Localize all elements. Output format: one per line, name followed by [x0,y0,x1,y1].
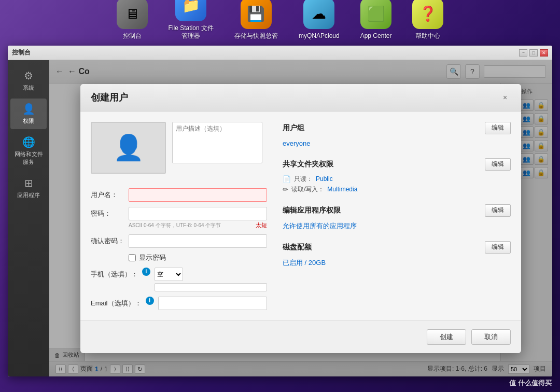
sidebar-item-apps[interactable]: ⊞ 应用程序 [10,173,47,203]
app-permissions-section: 编辑应用程序权限 编辑 允许使用所有的应用程序 [283,204,511,231]
taskbar-label-help: 帮助中心 [415,32,440,40]
password-hint: ASCII 0-64 个字符，UTF-8: 0-64 个字节 [129,222,221,229]
modal-overlay: 创建用户 × 👤 [49,60,552,376]
user-group-edit-button[interactable]: 编辑 [485,122,511,134]
sidebar-label-apps: 应用程序 [17,191,40,199]
window-title: 控制台 [12,48,31,57]
myqnap-icon: ☁ [303,0,334,29]
shared-folder-edit-button[interactable]: 编辑 [485,158,511,171]
appcenter-icon: 🟩 [360,0,391,29]
email-row: Email（选填）： i [91,297,267,310]
taskbar-label-control: 控制台 [123,32,142,40]
window-titlebar: 控制台 － □ ✕ [8,46,552,60]
taskbar-item-file[interactable]: 📁 File Station 文件管理器 [169,0,214,40]
password-row: 密码： [91,207,267,220]
taskbar-label-myqnap: myQNAPcloud [299,32,340,40]
shared-write-label: 读取/写入： [291,185,324,194]
password-too-short: 太短 [256,221,267,229]
show-password-row: 显示密码 [129,253,267,262]
app-permissions-edit-button[interactable]: 编辑 [485,204,511,217]
maximize-button[interactable]: □ [529,49,538,57]
minimize-button[interactable]: － [519,49,527,57]
shared-read-label: 只读： [294,175,313,184]
sidebar-label-system: 系统 [23,84,34,92]
app-permissions-header: 编辑应用程序权限 编辑 [283,204,511,217]
close-button[interactable]: ✕ [540,49,548,57]
shared-write-item: ✏ 读取/写入： Multimedia [283,185,511,194]
file-icon: 📁 [175,0,206,21]
disk-quota-title: 磁盘配额 [283,243,312,252]
avatar-area[interactable]: 👤 [91,122,166,174]
email-input[interactable] [158,297,267,310]
user-group-header: 用户组 编辑 [283,122,511,134]
sidebar-label-permissions: 权限 [23,117,34,125]
help-icon: ❓ [412,0,443,29]
avatar-placeholder: 👤 [113,133,144,162]
modal-left-panel: 👤 用户名： [91,122,267,310]
modal-close-button[interactable]: × [499,92,511,103]
taskbar-item-control[interactable]: 🖥 控制台 [117,0,148,40]
sidebar-label-network: 网络和文件服务 [12,150,45,166]
confirm-password-label: 确认密码： [91,234,124,246]
app-permissions-value[interactable]: 允许使用所有的应用程序 [283,222,357,230]
modal-footer: 创建 取消 [80,320,521,353]
network-icon: 🌐 [22,136,35,148]
system-icon: ⚙ [24,69,33,82]
sidebar-item-system[interactable]: ⚙ 系统 [10,65,47,96]
content-area: ← ← Co 🔍 ? 操作 ✏ 👥 🔒 ✏ [49,60,552,376]
shared-folder-section: 共享文件夹权限 编辑 📄 只读： Public ✏ [283,158,511,194]
username-input[interactable] [129,188,267,202]
confirm-password-row: 确认密码： [91,234,267,248]
app-permissions-title: 编辑应用程序权限 [283,206,341,215]
phone-label: 手机（选填）： [91,268,138,279]
taskbar-item-appcenter[interactable]: 🟩 App Center [360,0,392,40]
apps-icon: ⊞ [24,177,33,189]
description-input[interactable] [172,122,262,163]
shared-folder-header: 共享文件夹权限 编辑 [283,158,511,171]
shared-write-value[interactable]: Multimedia [327,186,357,193]
username-label: 用户名： [91,188,124,200]
taskbar-item-myqnap[interactable]: ☁ myQNAPcloud [299,0,340,40]
password-label: 密码： [91,207,124,218]
sidebar-item-permissions[interactable]: 👤 权限 [10,99,47,129]
cancel-button[interactable]: 取消 [471,329,511,345]
window-body: ⚙ 系统 👤 权限 🌐 网络和文件服务 ⊞ 应用程序 ← ← Co [8,60,552,376]
password-input[interactable] [129,207,267,220]
phone-row: 手机（选填）： i 空 [91,268,267,291]
phone-info-icon[interactable]: i [142,268,150,276]
window-controls: － □ ✕ [519,49,548,57]
disk-quota-edit-button[interactable]: 编辑 [485,241,511,254]
modal-title: 创建用户 [91,91,128,104]
disk-quota-header: 磁盘配额 编辑 [283,241,511,254]
write-icon: ✏ [283,186,288,193]
email-label: Email（选填）： [91,297,142,308]
main-window: 控制台 － □ ✕ ⚙ 系统 👤 权限 🌐 网络和文件服务 ⊞ 应用程序 [8,46,552,376]
storage-icon: 💾 [241,0,272,29]
create-user-modal: 创建用户 × 👤 [80,84,521,353]
taskbar-item-storage[interactable]: 💾 存储与快照总管 [234,0,278,40]
shared-read-value[interactable]: Public [316,175,333,183]
permissions-icon: 👤 [22,103,35,115]
sidebar-item-network[interactable]: 🌐 网络和文件服务 [10,132,47,170]
modal-right-panel: 用户组 编辑 everyone 共享文件夹权限 编辑 [283,122,511,310]
modal-body: 👤 用户名： [80,111,521,320]
create-button[interactable]: 创建 [427,329,466,345]
user-group-value[interactable]: everyone [283,139,310,147]
shared-folder-title: 共享文件夹权限 [283,160,333,169]
form-section: 用户名： 密码： AS [91,188,267,310]
taskbar-item-help[interactable]: ❓ 帮助中心 [412,0,443,40]
bottom-brand: 值 什么值得买 [509,379,552,388]
confirm-password-input[interactable] [129,234,267,248]
read-icon: 📄 [283,175,291,183]
show-password-checkbox[interactable] [129,254,136,261]
taskbar-label-storage: 存储与快照总管 [234,32,278,40]
disk-quota-value[interactable]: 已启用 / 20GB [283,259,326,267]
phone-input[interactable] [155,283,267,291]
user-group-title: 用户组 [283,123,304,133]
user-group-section: 用户组 编辑 everyone [283,122,511,148]
phone-country-select[interactable]: 空 [155,268,183,281]
desktop-taskbar: 🖥 控制台 📁 File Station 文件管理器 💾 存储与快照总管 ☁ m… [0,0,560,47]
show-password-label: 显示密码 [139,253,166,262]
email-info-icon[interactable]: i [146,297,154,305]
taskbar-label-file: File Station 文件管理器 [169,24,214,40]
